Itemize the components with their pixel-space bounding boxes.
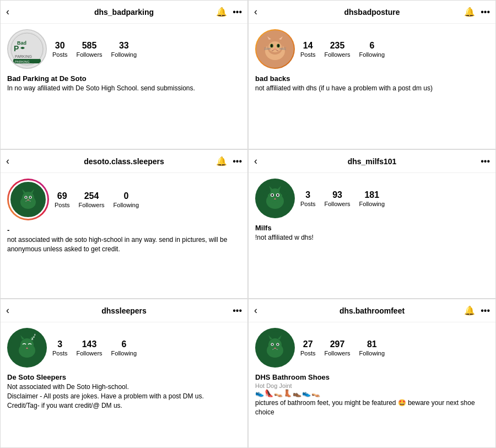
display-name: Bad Parking at De Soto	[7, 74, 241, 83]
header-dhs-milfs101: ‹ dhs_milfs101 •••	[249, 150, 495, 173]
stats-row: 27 Posts 297 Followers 81 Following	[300, 339, 489, 356]
bp-logo-svg: Bad P PARKING PARKING	[10, 33, 44, 66]
username-desoto-class-sleepers: desoto.class.sleepers	[84, 157, 164, 166]
stat-posts: 30 Posts	[52, 40, 68, 57]
stat-followers: 143 Followers	[77, 339, 103, 356]
avatar-dhssleepers: z z z	[7, 328, 47, 368]
sub-name: Hot Dog Joint	[255, 382, 489, 389]
more-icon[interactable]: •••	[233, 7, 242, 17]
profile-row: Bad P PARKING PARKING 30 Posts	[7, 29, 241, 69]
back-icon[interactable]: ‹	[254, 6, 257, 18]
followers-label: Followers	[325, 350, 351, 357]
bell-icon[interactable]: 🔔	[464, 305, 475, 316]
profile-row: 14 Posts 235 Followers 6 Following	[255, 29, 489, 69]
stat-following: 181 Following	[359, 190, 385, 207]
bio-section: bad backs not affiliated with dhs (if u …	[255, 74, 489, 143]
back-icon[interactable]: ‹	[254, 155, 257, 167]
stat-followers: 93 Followers	[325, 190, 351, 207]
bell-icon[interactable]: 🔔	[464, 7, 475, 17]
following-count: 181	[364, 190, 379, 200]
avatar-dhs-bathroomfeet	[255, 328, 295, 368]
back-icon[interactable]: ‹	[6, 305, 9, 316]
more-icon[interactable]: •••	[481, 156, 490, 166]
svg-text:PARKING: PARKING	[15, 55, 32, 58]
wolf-milfs-svg	[258, 182, 292, 215]
panel-dhs-badparking: ‹ dhs_badparking 🔔 ••• Bad P PARKING	[0, 0, 248, 149]
header-icons: 🔔 •••	[464, 7, 490, 17]
posts-label: Posts	[300, 51, 316, 58]
cat-svg	[256, 30, 294, 68]
profile-row: z z z 3 Posts 143 Followers 6	[7, 328, 241, 368]
header-dhssleepers: ‹ dhssleepers •••	[1, 299, 247, 322]
bio-section: Milfs !not affiliated w dhs!	[255, 224, 489, 293]
svg-point-31	[30, 197, 31, 198]
more-icon[interactable]: •••	[233, 156, 242, 166]
posts-count: 3	[305, 190, 310, 200]
stat-following: 0 Following	[114, 191, 139, 208]
following-label: Following	[114, 202, 139, 208]
followers-label: Followers	[325, 51, 351, 58]
stat-posts: 27 Posts	[300, 339, 316, 356]
bio-text: not associated with de soto high-school …	[7, 235, 241, 254]
posts-label: Posts	[52, 51, 68, 58]
panel-dhsbadposture: ‹ dhsbadposture 🔔 •••	[248, 0, 496, 149]
bio-text: pictures of bathroom feet, you might be …	[255, 398, 489, 417]
header-desoto-class-sleepers: ‹ desoto.class.sleepers 🔔 •••	[1, 150, 247, 173]
more-icon[interactable]: •••	[233, 306, 242, 316]
username-dhsbadposture: dhsbadposture	[344, 8, 400, 17]
panel-dhs-milfs101: ‹ dhs_milfs101 •••	[248, 149, 496, 299]
followers-label: Followers	[77, 350, 103, 357]
svg-point-25	[22, 192, 34, 204]
bio-text: Not associated with De Soto High-school.…	[7, 382, 241, 410]
back-icon[interactable]: ‹	[6, 155, 9, 167]
more-icon[interactable]: •••	[481, 306, 490, 316]
back-icon[interactable]: ‹	[254, 305, 257, 316]
wolf-svg	[14, 186, 42, 213]
stats-row: 69 Posts 254 Followers 0 Following	[55, 191, 241, 208]
followers-count: 297	[330, 339, 345, 349]
svg-point-57	[268, 338, 282, 352]
posts-label: Posts	[300, 201, 316, 207]
following-count: 6	[121, 339, 126, 349]
followers-label: Followers	[77, 51, 103, 58]
bio-text: not affiliated with dhs (if u have a pro…	[255, 84, 489, 93]
avatar-ring	[7, 179, 49, 220]
bio-section: - not associated with de soto high-schoo…	[7, 226, 241, 293]
main-grid: ‹ dhs_badparking 🔔 ••• Bad P PARKING	[0, 0, 496, 448]
svg-point-43	[272, 194, 273, 196]
followers-count: 585	[82, 40, 97, 51]
display-name: DHS Bathroom Shoes	[255, 373, 489, 381]
stats-row: 3 Posts 93 Followers 181 Following	[300, 190, 489, 207]
header-dhs-bathroomfeet: ‹ dhs.bathroomfeet 🔔 •••	[249, 299, 495, 322]
header-icons: 🔔 •••	[216, 156, 242, 166]
username-dhs-badparking: dhs_badparking	[94, 8, 154, 17]
posts-count: 3	[57, 339, 62, 349]
followers-count: 143	[82, 339, 97, 349]
stat-followers: 297 Followers	[325, 339, 351, 356]
more-icon[interactable]: •••	[481, 7, 490, 17]
bell-icon[interactable]: 🔔	[216, 7, 227, 17]
stat-posts: 3 Posts	[52, 339, 68, 356]
header-icons: 🔔 •••	[464, 305, 490, 316]
following-label: Following	[359, 51, 385, 58]
back-icon[interactable]: ‹	[6, 6, 9, 18]
following-count: 81	[367, 339, 377, 349]
stats-row: 30 Posts 585 Followers 33 Following	[52, 40, 241, 57]
stat-following: 6 Following	[111, 339, 137, 356]
avatar-dhsbadposture	[255, 29, 295, 69]
following-count: 6	[369, 40, 374, 51]
posts-label: Posts	[55, 202, 70, 208]
shoes-emoji: 👟👠👡👢👞👟👡	[255, 389, 489, 398]
profile-row: 3 Posts 93 Followers 181 Following	[255, 179, 489, 218]
panel-desoto-class-sleepers: ‹ desoto.class.sleepers 🔔 •••	[0, 149, 248, 299]
stats-row: 14 Posts 235 Followers 6 Following	[300, 40, 489, 57]
svg-text:PARKING: PARKING	[15, 60, 30, 63]
header-icons: 🔔 •••	[216, 7, 242, 17]
avatar-inner	[9, 180, 47, 219]
display-name: bad backs	[255, 74, 489, 83]
stat-followers: 254 Followers	[79, 191, 105, 208]
wolf-feet-svg	[258, 331, 292, 364]
bell-icon[interactable]: 🔔	[216, 156, 227, 166]
bio-section: Bad Parking at De Soto In no way afiliat…	[7, 74, 241, 143]
stat-posts: 3 Posts	[300, 190, 316, 207]
